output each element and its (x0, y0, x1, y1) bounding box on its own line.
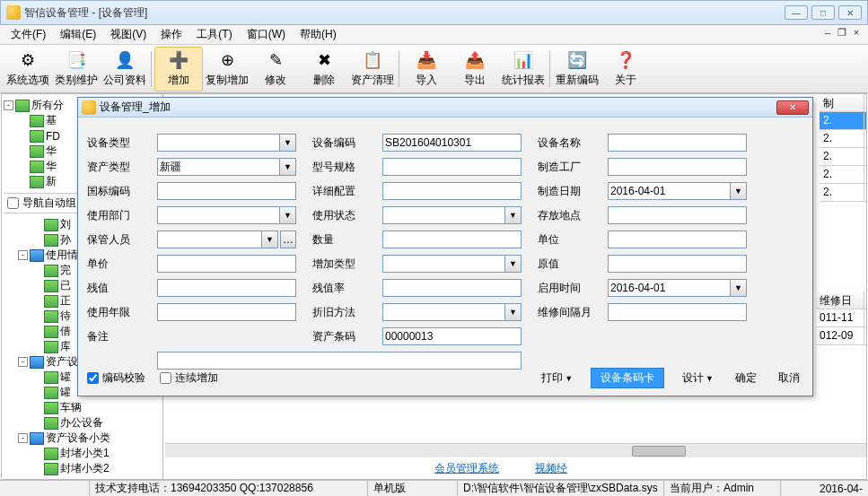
tree-item[interactable]: 完 (60, 263, 71, 278)
code-check-checkbox[interactable] (87, 372, 99, 384)
add-type-input[interactable] (385, 257, 503, 270)
remark-input[interactable] (160, 354, 519, 367)
device-name-input[interactable] (610, 136, 744, 149)
toolbar-统计报表[interactable]: 📊统计报表 (499, 47, 548, 91)
use-status-input[interactable] (385, 209, 503, 222)
mfg-factory-input[interactable] (610, 161, 744, 173)
expand-icon[interactable]: - (18, 433, 28, 443)
tree-group-sub[interactable]: 资产设备小类 (46, 431, 110, 446)
grid-header-right[interactable]: 制 (820, 94, 864, 111)
asset-type-input[interactable] (160, 161, 277, 173)
menu-tools[interactable]: 工具(T) (189, 25, 239, 44)
tree-item[interactable]: 封堵小类2 (60, 461, 110, 476)
tree-item[interactable]: FD (46, 130, 60, 143)
dropdown-icon[interactable]: ▼ (280, 206, 296, 224)
grid-cell[interactable]: 2. (820, 112, 864, 129)
barcode-card-button[interactable]: 设备条码卡 (591, 368, 664, 388)
maint-interval-input[interactable] (610, 306, 744, 318)
tree-root[interactable]: 所有分 (31, 98, 64, 113)
price-input[interactable] (160, 257, 294, 270)
expand-icon[interactable]: - (18, 357, 28, 367)
dropdown-icon[interactable]: ▼ (731, 182, 747, 200)
enable-time-input[interactable] (610, 282, 728, 294)
tree-item[interactable]: 新 (46, 174, 57, 189)
menu-window[interactable]: 窗口(W) (240, 25, 293, 44)
scrollbar-thumb[interactable] (632, 446, 686, 457)
horizontal-scrollbar[interactable] (165, 443, 866, 457)
use-years-input[interactable] (160, 306, 294, 318)
dropdown-icon[interactable]: ▼ (262, 231, 278, 248)
toolbar-复制增加[interactable]: ⊕复制增加 (203, 47, 251, 91)
dropdown-icon[interactable]: ▼ (505, 255, 522, 273)
grid-cell[interactable]: 011-11 (816, 309, 864, 326)
tree-item[interactable]: 基 (46, 113, 57, 128)
tree-item[interactable]: 封堵小类1 (60, 446, 110, 461)
mdi-close[interactable]: × (850, 27, 863, 39)
toolbar-增加[interactable]: ➕增加 (154, 47, 203, 91)
dropdown-icon[interactable]: ▼ (731, 279, 747, 297)
ok-button[interactable]: 确定 (732, 369, 760, 387)
menu-help[interactable]: 帮助(H) (293, 25, 344, 44)
grid-cell[interactable]: 2. (820, 166, 864, 183)
tree-item[interactable]: 车辆 (60, 400, 82, 415)
toolbar-删除[interactable]: ✖删除 (300, 47, 348, 91)
tree-item[interactable]: 刘 (60, 217, 71, 232)
use-dept-input[interactable] (160, 209, 277, 222)
tree-item[interactable]: 借 (60, 324, 71, 339)
dropdown-icon[interactable]: ▼ (280, 158, 296, 176)
tree-item[interactable]: 办公设备 (60, 415, 103, 431)
expand-icon[interactable]: - (4, 100, 13, 110)
toolbar-系统选项[interactable]: ⚙系统选项 (4, 47, 52, 91)
dialog-titlebar[interactable]: 设备管理_增加 ✕ (78, 98, 812, 117)
minimize-button[interactable]: — (785, 5, 808, 20)
tree-item[interactable]: 正 (60, 293, 71, 309)
toolbar-类别维护[interactable]: 📑类别维护 (52, 47, 101, 91)
menu-view[interactable]: 视图(V) (103, 25, 153, 44)
ellipsis-button[interactable]: … (280, 231, 296, 248)
keeper-input[interactable] (160, 233, 259, 246)
nav-auto-group-check[interactable] (7, 197, 19, 209)
tree-item[interactable]: 已 (60, 278, 71, 293)
tree-item[interactable]: 孙 (60, 232, 71, 248)
dropdown-icon[interactable]: ▼ (505, 206, 522, 224)
asset-barcode-input[interactable] (385, 330, 519, 343)
unit-input[interactable] (610, 233, 744, 246)
dropdown-icon[interactable]: ▼ (280, 134, 296, 152)
toolbar-导入[interactable]: 📥导入 (402, 47, 451, 91)
depr-method-input[interactable] (385, 306, 503, 318)
model-spec-input[interactable] (385, 161, 519, 173)
device-code-input[interactable] (385, 136, 519, 149)
close-button[interactable]: ✕ (838, 5, 862, 20)
grid-cell[interactable]: 2. (820, 148, 864, 165)
maximize-button[interactable]: □ (811, 5, 835, 20)
dialog-close-button[interactable]: ✕ (776, 100, 809, 115)
link-member-system[interactable]: 会员管理系统 (434, 461, 499, 476)
toolbar-资产清理[interactable]: 📋资产清理 (348, 47, 397, 91)
mfg-date-input[interactable] (610, 185, 728, 197)
qty-input[interactable] (385, 233, 519, 246)
grid-cell[interactable]: 2. (820, 184, 864, 201)
menu-edit[interactable]: 编辑(E) (53, 25, 103, 44)
cancel-button[interactable]: 取消 (775, 369, 803, 387)
grid-cell[interactable]: 2. (820, 130, 864, 147)
grid-header-maint-date[interactable]: 维修日 (816, 292, 864, 309)
toolbar-修改[interactable]: ✎修改 (251, 47, 300, 91)
orig-val-input[interactable] (610, 257, 744, 270)
detail-cfg-input[interactable] (385, 185, 519, 197)
toolbar-关于[interactable]: ❓关于 (601, 47, 650, 91)
tree-item[interactable]: 罐 (60, 385, 71, 400)
tree-item[interactable]: 罐 (60, 370, 71, 385)
mdi-minimize[interactable]: – (821, 27, 834, 39)
store-loc-input[interactable] (610, 209, 744, 222)
link-video[interactable]: 视频经 (535, 461, 567, 476)
toolbar-导出[interactable]: 📤导出 (451, 47, 499, 91)
print-button[interactable]: 打印▼ (538, 369, 576, 387)
toolbar-公司资料[interactable]: 👤公司资料 (101, 47, 149, 91)
tree-group-asset[interactable]: 资产设 (46, 354, 78, 370)
grid-cell[interactable]: 012-09 (816, 327, 864, 344)
tree-item[interactable]: 待 (60, 309, 71, 324)
menu-file[interactable]: 文件(F) (4, 25, 53, 44)
design-button[interactable]: 设计▼ (679, 369, 717, 387)
device-type-input[interactable] (160, 136, 277, 149)
menu-action[interactable]: 操作 (153, 25, 189, 44)
